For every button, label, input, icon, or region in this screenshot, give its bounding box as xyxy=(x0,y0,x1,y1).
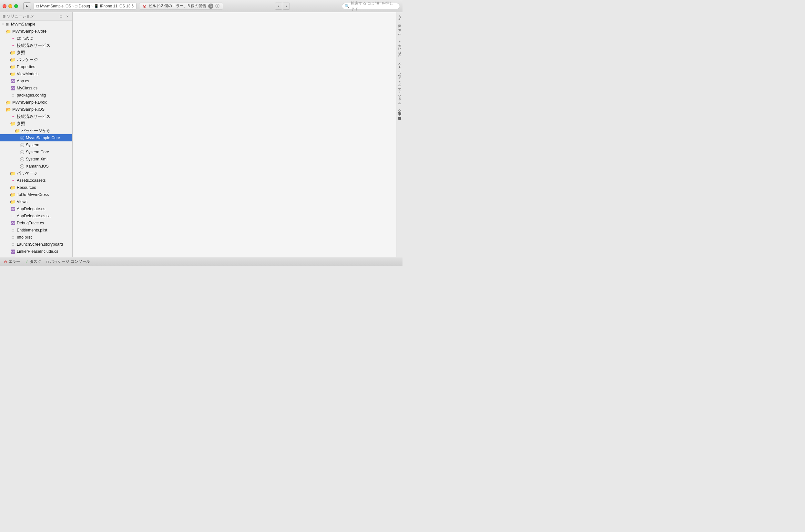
tree-item-ios-project[interactable]: ▾ 📂 MvvmSample.iOS xyxy=(0,106,72,113)
tree-icon-solution: ⊞ xyxy=(4,22,10,27)
search-placeholder: 検索するには '⌘' を押します xyxy=(351,1,397,12)
tree-item-entitlements-plist[interactable]: □ Entitlements.plist xyxy=(0,227,72,234)
tree-item-appdelegate-cs-txt[interactable]: □ AppDelegate.cs.txt xyxy=(0,212,72,220)
tree-item-resources[interactable]: ▶ 📁 Resources xyxy=(0,184,72,191)
nav-forward-button[interactable]: › xyxy=(283,3,290,10)
tree-item-launchscreen-storyboard[interactable]: □ LaunchScreen.storyboard xyxy=(0,241,72,248)
minimize-button[interactable] xyxy=(8,4,12,8)
build-status[interactable]: ⊗ ビルド:3 個のエラー、5 個の警告 3 ⓘ xyxy=(139,3,223,10)
tree-item-packages-from[interactable]: ▶ 📁 パッケージから xyxy=(0,127,72,134)
tree-container: ▾ ⊞ MvvmSample ▾ 📁 MvvmSample.Core ✦ はじめ… xyxy=(0,21,72,257)
tree-icon-packages-core: 📁 xyxy=(10,57,16,62)
right-panel-editor-addin[interactable]: テキストエディタアドイン xyxy=(397,62,402,109)
tree-item-debugtrace-cs[interactable]: C# DebugTrace.cs xyxy=(0,220,72,227)
breadcrumb-file-icon: □ xyxy=(37,4,39,8)
tree-arrow-viewmodels: ▶ xyxy=(0,72,10,76)
tree-item-droid-project[interactable]: ▶ 📁 MvvmSample.Droid xyxy=(0,99,72,106)
tree-item-properties-core[interactable]: ▶ 📁 Properties xyxy=(0,63,72,70)
sidebar-collapse-btn[interactable]: □ xyxy=(59,14,63,19)
tree-item-packages-core[interactable]: ▶ 📁 パッケージ xyxy=(0,56,72,63)
tree-icon-appdelegate-cs: C# xyxy=(10,206,16,211)
breadcrumb[interactable]: □ MvvmSample.iOS › □ Debug › 📱 iPhone 11… xyxy=(34,3,136,10)
tree-item-packages-config[interactable]: □ packages.config xyxy=(0,92,72,99)
tree-label-ref-ios: 参照 xyxy=(17,121,25,127)
sidebar-close-btn[interactable]: × xyxy=(65,14,70,19)
tree-item-packages-ios[interactable]: ▶ 📁 パッケージ xyxy=(0,170,72,177)
tree-icon-xamarin-ios-ref: ○ xyxy=(19,164,24,169)
tree-item-hajimeni[interactable]: ✦ はじめに xyxy=(0,35,72,42)
tree-label-entitlements-plist: Entitlements.plist xyxy=(17,228,47,232)
right-panel-properties[interactable]: プロパティ xyxy=(397,40,402,61)
tree-label-main-cs: Main.cs xyxy=(17,256,31,257)
tree-label-mvvmsample-core-ref: MvvmSample.Core xyxy=(26,136,60,140)
tree-arrow-ref-core: ▶ xyxy=(0,51,10,54)
tree-arrow-ref-ios: ▾ xyxy=(0,122,10,125)
tree-item-system-xml-ref[interactable]: ○ System.Xml xyxy=(0,156,72,163)
tree-item-viewmodels[interactable]: ▶ 📁 ViewModels xyxy=(0,70,72,77)
tree-item-main-cs[interactable]: C# Main.cs xyxy=(0,255,72,257)
tree-item-connected-services-ios[interactable]: ✦ 接続済みサービス xyxy=(0,113,72,120)
status-check-icon: ✓ xyxy=(25,260,28,264)
tree-item-system-core-ref[interactable]: ○ System.Core xyxy=(0,149,72,156)
status-error[interactable]: ⊗ エラー xyxy=(4,259,20,264)
tree-item-views[interactable]: ▶ 📁 Views xyxy=(0,198,72,205)
tree-item-xamarin-ios-ref[interactable]: ○ Xamarin.iOS xyxy=(0,163,72,170)
tree-item-linkerpleaseinclude-cs[interactable]: C# LinkerPleaseInclude.cs xyxy=(0,248,72,255)
breadcrumb-configuration: Debug xyxy=(79,4,90,8)
close-button[interactable] xyxy=(3,4,6,8)
tree-label-droid-project: MvvmSample.Droid xyxy=(12,100,47,104)
tree-icon-droid-project: 📁 xyxy=(6,100,11,105)
sidebar-controls: □ × xyxy=(59,14,70,19)
tree-label-system-xml-ref: System.Xml xyxy=(26,157,47,162)
tree-item-app-cs[interactable]: C# App.cs xyxy=(0,77,72,84)
tree-item-assets-xcassets[interactable]: ✦ Assets.xcassets xyxy=(0,177,72,184)
status-task[interactable]: ✓ タスク xyxy=(25,259,41,264)
tree-icon-todo-mvvmcross: 📁 xyxy=(10,192,16,197)
tree-icon-connected-services-core: ✦ xyxy=(10,43,16,48)
tree-item-appdelegate-cs[interactable]: C# AppDelegate.cs xyxy=(0,205,72,212)
tree-label-assets-xcassets: Assets.xcassets xyxy=(17,178,46,183)
info-icon: ⓘ xyxy=(215,3,219,9)
tree-label-myclass-cs: MyClass.cs xyxy=(17,86,37,90)
tree-arrow-packages-ios: ▶ xyxy=(0,172,10,175)
sidebar: ⊞ ソリューション □ × ▾ ⊞ MvvmSample ▾ 📁 MvvmSam… xyxy=(0,12,73,257)
status-package-console[interactable]: □ パッケージ コンソール xyxy=(46,259,90,264)
right-panel-toolbox[interactable]: ツールボックス xyxy=(397,14,402,39)
tree-item-todo-mvvmcross[interactable]: ▶ 📁 ToDo-MvvmCross xyxy=(0,191,72,198)
search-box[interactable]: 🔍 検索するには '⌘' を押します xyxy=(342,3,400,10)
badge-count: 3 xyxy=(208,3,213,9)
maximize-button[interactable] xyxy=(14,4,18,8)
tree-item-ref-ios[interactable]: ▾ 📁 参照 xyxy=(0,120,72,127)
tree-label-system-core-ref: System.Core xyxy=(26,150,49,154)
tree-label-appdelegate-cs: AppDelegate.cs xyxy=(17,207,45,211)
tree-item-mvvmsample-core-ref[interactable]: ○ MvvmSample.Core xyxy=(0,134,72,141)
tree-label-ref-core: 参照 xyxy=(17,50,25,56)
right-panel-connect[interactable]: 接続する xyxy=(397,109,402,120)
tree-icon-app-cs: C# xyxy=(10,78,16,83)
tree-item-connected-services-core[interactable]: ✦ 接続済みサービス xyxy=(0,42,72,49)
tree-arrow-solution: ▾ xyxy=(0,23,4,26)
tree-item-solution[interactable]: ▾ ⊞ MvvmSample xyxy=(0,21,72,28)
main-layout: ⊞ ソリューション □ × ▾ ⊞ MvvmSample ▾ 📁 MvvmSam… xyxy=(0,12,402,257)
tree-arrow-todo-mvvmcross: ▶ xyxy=(0,193,10,196)
tree-label-appdelegate-cs-txt: AppDelegate.cs.txt xyxy=(17,214,51,218)
traffic-lights xyxy=(3,4,18,8)
tree-item-core-project[interactable]: ▾ 📁 MvvmSample.Core xyxy=(0,28,72,35)
tree-icon-ios-project: 📂 xyxy=(6,107,11,112)
tree-label-linkerpleaseinclude-cs: LinkerPleaseInclude.cs xyxy=(17,249,58,254)
tree-item-myclass-cs[interactable]: C# MyClass.cs xyxy=(0,84,72,92)
tree-label-packages-from: パッケージから xyxy=(21,128,51,134)
nav-back-button[interactable]: ‹ xyxy=(275,3,282,10)
tree-label-ios-project: MvvmSample.iOS xyxy=(12,107,44,112)
tree-item-info-plist[interactable]: □ Info.plist xyxy=(0,234,72,241)
tree-label-connected-services-core: 接続済みサービス xyxy=(17,43,50,49)
tree-item-ref-core[interactable]: ▶ 📁 参照 xyxy=(0,49,72,56)
tree-icon-ref-ios: 📁 xyxy=(10,121,16,126)
tree-item-system-ref[interactable]: ○ System xyxy=(0,141,72,149)
right-panel-extensions[interactable]: 拡張機能 xyxy=(397,121,402,125)
run-button[interactable]: ▶ xyxy=(23,2,31,10)
breadcrumb-device-icon: 📱 xyxy=(94,4,99,8)
sidebar-grid-icon: ⊞ xyxy=(3,14,5,18)
tree-label-solution: MvvmSample xyxy=(11,22,36,26)
tree-icon-packages-ios: 📁 xyxy=(10,171,16,176)
